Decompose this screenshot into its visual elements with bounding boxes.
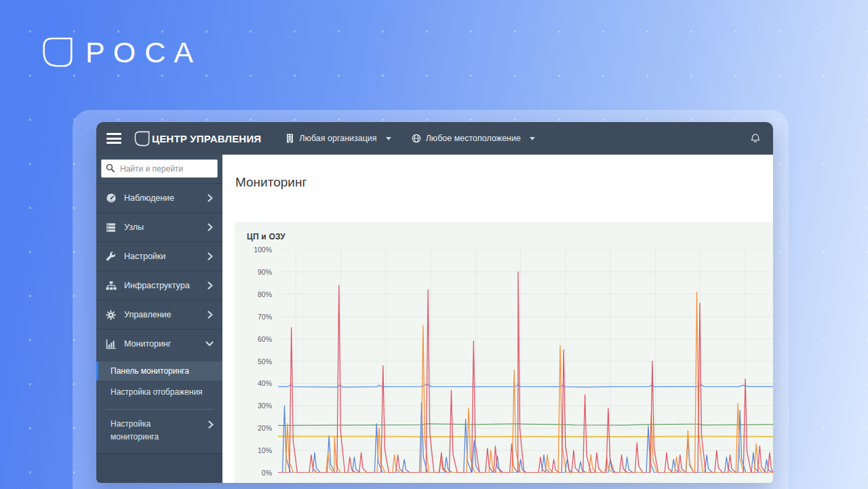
- sidebar-item-nastroyki[interactable]: Настройки: [96, 241, 222, 271]
- search-input[interactable]: [101, 159, 218, 178]
- y-axis-tick: 40%: [258, 379, 272, 387]
- bar-chart-icon: [106, 339, 116, 349]
- location-filter-label: Любое местоположение: [426, 134, 521, 143]
- submenu-item-panel-monitoringa[interactable]: Панель мониторинга: [96, 361, 222, 380]
- sidebar-item-monitoring[interactable]: Мониторинг: [96, 329, 222, 358]
- y-axis-tick: 100%: [254, 246, 272, 254]
- chevron-down-icon: [205, 340, 214, 347]
- server-icon: [106, 222, 116, 233]
- sidebar-item-label: Узлы: [124, 222, 144, 232]
- cpu-ram-chart: 100%90%80%70%60%50%40%30%20%10%0%: [247, 250, 773, 473]
- organization-filter-dropdown[interactable]: Любая организация: [285, 134, 391, 143]
- submenu-divider: [106, 409, 213, 410]
- bell-icon: [750, 133, 761, 144]
- submenu-item-nastroyka-monitoringa[interactable]: Настройка мониторинга: [96, 416, 222, 445]
- main-content: Мониторинг ЦП и ОЗУ 100%90%80%70%60%50%4…: [222, 155, 773, 483]
- building-icon: [285, 134, 294, 143]
- submenu-item-label: Панель мониторинга: [111, 366, 189, 376]
- y-axis-tick: 60%: [258, 335, 272, 343]
- sidebar-item-uzly[interactable]: Узлы: [96, 212, 222, 241]
- search-icon: [106, 163, 115, 172]
- sidebar-filler: [96, 453, 222, 483]
- app-header: ЦЕНТР УПРАВЛЕНИЯ Любая организация Любое…: [96, 122, 773, 155]
- page-title: Мониторинг: [235, 175, 773, 190]
- submenu-item-label: Настройка отображения: [111, 387, 203, 397]
- y-axis-tick: 80%: [258, 290, 272, 298]
- y-axis-tick: 30%: [258, 402, 272, 410]
- caret-down-icon: [386, 137, 391, 140]
- sidebar-item-label: Управление: [124, 310, 172, 319]
- sidebar-item-nablyudenie[interactable]: Наблюдение: [96, 183, 222, 212]
- gauge-icon: [106, 193, 117, 203]
- chart-plot-area: [278, 250, 773, 473]
- submenu-item-nastroyka-otobrazheniya[interactable]: Настройка отображения: [96, 383, 222, 402]
- chevron-right-icon: [207, 223, 214, 231]
- series-cpu-red-spikes: [278, 272, 773, 473]
- location-filter-dropdown[interactable]: Любое местоположение: [412, 134, 535, 143]
- y-axis-tick: 10%: [258, 446, 272, 454]
- y-axis-tick: 20%: [258, 424, 272, 432]
- sidebar-item-upravlenie[interactable]: Управление: [96, 300, 222, 329]
- globe-icon: [412, 134, 421, 143]
- chevron-right-icon: [208, 420, 214, 429]
- sidebar-item-label: Мониторинг: [124, 339, 171, 349]
- sidebar-item-infrastruktura[interactable]: Инфраструктура: [96, 271, 222, 300]
- monitoring-submenu: Панель мониторинга Настройка отображения…: [96, 358, 222, 453]
- brand-logo: РОСА: [39, 34, 202, 71]
- y-axis-tick: 90%: [258, 268, 272, 276]
- chevron-right-icon: [207, 311, 214, 319]
- chart-title: ЦП и ОЗУ: [247, 232, 773, 241]
- brand-logo-text: РОСА: [85, 36, 202, 69]
- rosa-drop-logo-icon: [39, 34, 76, 71]
- chevron-right-icon: [207, 281, 214, 290]
- sidebar-search: [96, 155, 222, 183]
- y-axis-labels: 100%90%80%70%60%50%40%30%20%10%0%: [247, 250, 278, 473]
- chevron-right-icon: [207, 252, 214, 260]
- notifications-button[interactable]: [750, 133, 761, 144]
- y-axis-tick: 70%: [258, 313, 272, 321]
- chevron-right-icon: [207, 194, 214, 202]
- menu-icon[interactable]: [106, 132, 122, 145]
- y-axis-tick: 50%: [258, 357, 272, 366]
- sidebar-item-label: Инфраструктура: [124, 281, 190, 290]
- sitemap-icon: [106, 281, 117, 291]
- gear-icon: [106, 310, 116, 320]
- logo-mark-icon: [133, 130, 151, 148]
- wrench-icon: [106, 252, 116, 262]
- caret-down-icon: [530, 137, 535, 140]
- cpu-ram-chart-card: ЦП и ОЗУ 100%90%80%70%60%50%40%30%20%10%…: [235, 222, 773, 483]
- app-title: ЦЕНТР УПРАВЛЕНИЯ: [152, 133, 261, 144]
- y-axis-tick: 0%: [262, 469, 272, 477]
- sidebar-item-label: Настройки: [124, 252, 165, 261]
- submenu-item-label: Настройка мониторинга: [111, 418, 184, 443]
- app-window: ЦЕНТР УПРАВЛЕНИЯ Любая организация Любое…: [96, 122, 773, 483]
- sidebar-item-label: Наблюдение: [124, 193, 174, 203]
- organization-filter-label: Любая организация: [299, 134, 376, 143]
- sidebar: Наблюдение Узлы: [96, 155, 222, 483]
